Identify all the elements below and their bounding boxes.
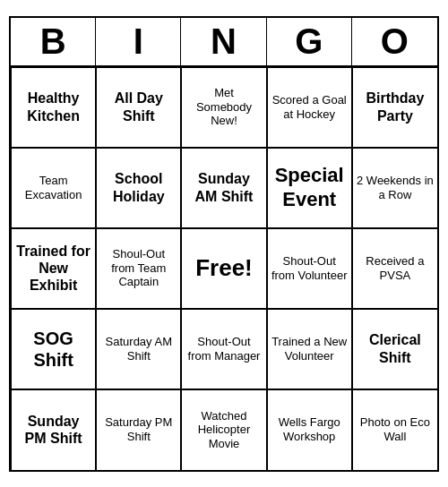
bingo-cell-7: Sunday AM Shift <box>181 148 266 228</box>
bingo-card: BINGO Healthy KitchenAll Day ShiftMet So… <box>9 16 439 472</box>
bingo-cell-18: Trained a New Volunteer <box>267 309 352 389</box>
bingo-cell-3: Scored a Goal at Hockey <box>267 67 352 148</box>
bingo-cell-14: Received a PVSA <box>352 228 437 309</box>
bingo-cell-1: All Day Shift <box>96 67 181 148</box>
bingo-cell-5: Team Excavation <box>11 148 96 228</box>
bingo-cell-10: Trained for New Exhibit <box>11 228 96 309</box>
bingo-cell-11: Shoul-Out from Team Captain <box>96 228 181 309</box>
bingo-cell-0: Healthy Kitchen <box>11 67 96 148</box>
bingo-cell-19: Clerical Shift <box>352 309 437 389</box>
bingo-cell-23: Wells Fargo Workshop <box>267 389 352 470</box>
bingo-cell-13: Shout-Out from Volunteer <box>267 228 352 309</box>
bingo-letter-o: O <box>352 18 437 65</box>
bingo-cell-6: School Holiday <box>96 148 181 228</box>
bingo-letter-g: G <box>267 18 352 65</box>
bingo-letter-i: I <box>96 18 181 65</box>
bingo-cell-17: Shout-Out from Manager <box>181 309 266 389</box>
bingo-cell-8: Special Event <box>267 148 352 228</box>
bingo-cell-20: Sunday PM Shift <box>11 389 96 470</box>
bingo-cell-15: SOG Shift <box>11 309 96 389</box>
bingo-cell-16: Saturday AM Shift <box>96 309 181 389</box>
bingo-cell-9: 2 Weekends in a Row <box>352 148 437 228</box>
bingo-cell-21: Saturday PM Shift <box>96 389 181 470</box>
bingo-cell-4: Birthday Party <box>352 67 437 148</box>
bingo-cell-12: Free! <box>181 228 266 309</box>
bingo-letter-b: B <box>11 18 96 65</box>
bingo-letter-n: N <box>181 18 266 65</box>
bingo-cell-2: Met Somebody New! <box>181 67 266 148</box>
bingo-header: BINGO <box>11 18 437 67</box>
bingo-grid: Healthy KitchenAll Day ShiftMet Somebody… <box>11 67 437 470</box>
bingo-cell-22: Watched Helicopter Movie <box>181 389 266 470</box>
bingo-cell-24: Photo on Eco Wall <box>352 389 437 470</box>
